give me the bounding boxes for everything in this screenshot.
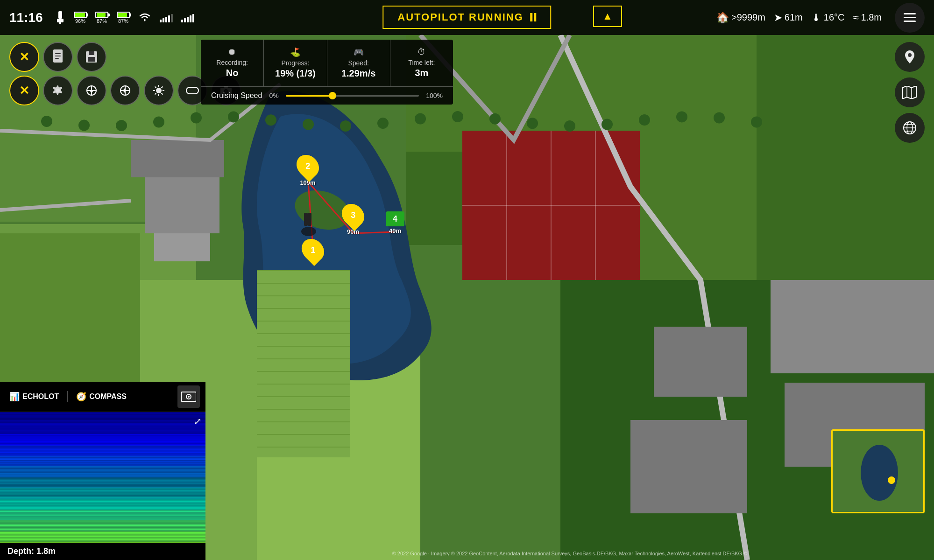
waypoint-2[interactable]: 2 109m: [297, 154, 318, 186]
svg-marker-23: [90, 91, 93, 93]
autopilot-button[interactable]: AUTOPILOT RUNNING: [382, 6, 551, 29]
svg-point-5: [301, 227, 316, 236]
svg-point-42: [908, 53, 912, 57]
home-icon: 🏠: [716, 12, 729, 24]
info-panel: ⏺ Recording: No ⛳ Progress: 19% (1/3) 🎮 …: [201, 40, 453, 105]
map-attribution: © 2022 Google · Imagery © 2022 GeoConten…: [205, 551, 934, 556]
tab-separator: [67, 391, 68, 402]
map-type-button[interactable]: [895, 77, 925, 107]
save-button[interactable]: [77, 42, 106, 72]
progress-cell: ⛳ Progress: 19% (1/3): [264, 40, 327, 86]
recording-icon: ⏺: [211, 47, 253, 57]
document-button[interactable]: [43, 42, 73, 72]
echolot-label: ECHOLOT: [22, 392, 59, 401]
autopilot-alert-button[interactable]: ▲: [593, 6, 622, 27]
speed-slider-thumb: [329, 92, 336, 99]
waypoint-4[interactable]: 4 49m: [386, 211, 404, 234]
compass-icon: 🧭: [76, 392, 86, 402]
expand-button[interactable]: ⤢: [194, 416, 202, 427]
battery-3: 87%: [117, 12, 130, 24]
location-button[interactable]: [895, 42, 925, 72]
echolot-display: ⤢: [0, 412, 205, 543]
compass-label: COMPASS: [89, 392, 127, 401]
waypoint-down-1[interactable]: [77, 76, 106, 105]
info-panel-top: ⏺ Recording: No ⛳ Progress: 19% (1/3) 🎮 …: [201, 40, 453, 87]
right-controls: [895, 42, 925, 143]
svg-rect-11: [904, 21, 916, 22]
altitude-item: 🏠 >9999m: [716, 12, 765, 24]
temp-item: 🌡 16°C: [811, 12, 845, 24]
right-status-group: 🏠 >9999m ➤ 61m 🌡 16°C ≈ 1.8m: [716, 3, 925, 33]
mini-map[interactable]: [831, 429, 925, 513]
speed-slider[interactable]: [286, 95, 419, 97]
boat-marker: [297, 210, 320, 238]
svg-rect-17: [89, 51, 94, 55]
svg-marker-43: [902, 86, 916, 99]
temp-icon: 🌡: [811, 12, 821, 24]
svg-rect-6: [58, 11, 62, 19]
speed-max-label: 100%: [426, 92, 443, 99]
svg-rect-4: [308, 213, 311, 226]
svg-rect-15: [55, 58, 59, 59]
waypoint-4-pin: 4: [386, 211, 404, 226]
svg-rect-3: [304, 213, 308, 226]
nav-item: ➤ 61m: [774, 12, 803, 24]
info-panel-bottom: Cruising Speed 0% 100%: [201, 87, 453, 105]
menu-button[interactable]: [895, 3, 925, 33]
echolot-extra-btn[interactable]: [177, 385, 200, 408]
brightness-button[interactable]: [144, 76, 174, 105]
autopilot-label: AUTOPILOT RUNNING: [397, 11, 523, 23]
echolot-panel: 📊 ECHOLOT 🧭 COMPASS ⤢ Depth: 1.8m: [0, 382, 205, 560]
sonar-canvas: [0, 412, 205, 543]
waypoint-3[interactable]: 3 90m: [343, 203, 363, 235]
settings-button[interactable]: [43, 76, 73, 105]
svg-rect-37: [186, 87, 198, 94]
svg-line-35: [162, 87, 163, 88]
battery-2: 87%: [95, 12, 108, 24]
signal-wave-icon: ≈: [853, 12, 858, 24]
svg-line-33: [155, 87, 156, 88]
mini-map-position: [888, 476, 895, 484]
boat-icon: [297, 210, 320, 238]
timeleft-icon: ⏱: [401, 47, 443, 57]
signal-item: ≈ 1.8m: [853, 12, 882, 24]
echolot-tab[interactable]: 📊 ECHOLOT: [6, 390, 63, 404]
globe-button[interactable]: [895, 113, 925, 143]
close-button-1[interactable]: ✕: [9, 42, 39, 72]
svg-rect-13: [55, 53, 61, 54]
svg-point-53: [188, 396, 190, 398]
speed-slider-fill: [286, 95, 333, 97]
speed-slider-track: [286, 95, 419, 97]
signal-bars-1: [160, 13, 173, 22]
waypoint-4-label: 49m: [389, 227, 401, 234]
svg-line-36: [155, 93, 156, 95]
mini-map-canvas: [833, 431, 925, 513]
echolot-header: 📊 ECHOLOT 🧭 COMPASS: [0, 382, 205, 412]
svg-rect-9: [904, 13, 916, 14]
nav-icon: ➤: [774, 12, 782, 24]
progress-icon: ⛳: [274, 47, 316, 57]
cruising-speed-label: Cruising Speed: [211, 91, 262, 100]
speed-min-label: 0%: [269, 92, 278, 99]
status-time: 11:16: [9, 10, 47, 25]
pause-icon: [531, 13, 537, 21]
close-button-2[interactable]: ✕: [9, 76, 39, 105]
echolot-icon: 📊: [9, 392, 20, 402]
svg-rect-14: [55, 56, 61, 56]
svg-point-28: [156, 88, 162, 93]
wifi-icon: [138, 11, 151, 24]
signal-bars-2: [181, 13, 194, 22]
speed-cell: 🎮 Speed: 1.29m/s: [327, 40, 390, 86]
recording-cell: ⏺ Recording: No: [201, 40, 264, 86]
svg-rect-7: [57, 19, 64, 22]
speed-icon: 🎮: [338, 47, 380, 57]
waypoint-down-2[interactable]: [110, 76, 140, 105]
depth-value: Depth: 1.8m: [7, 546, 56, 556]
compass-tab[interactable]: 🧭 COMPASS: [72, 390, 130, 404]
svg-rect-8: [59, 22, 61, 24]
waypoint-1[interactable]: 1: [303, 238, 323, 262]
svg-rect-18: [88, 57, 95, 62]
svg-line-34: [162, 93, 163, 95]
echolot-footer: Depth: 1.8m: [0, 543, 205, 560]
svg-rect-10: [904, 17, 916, 18]
